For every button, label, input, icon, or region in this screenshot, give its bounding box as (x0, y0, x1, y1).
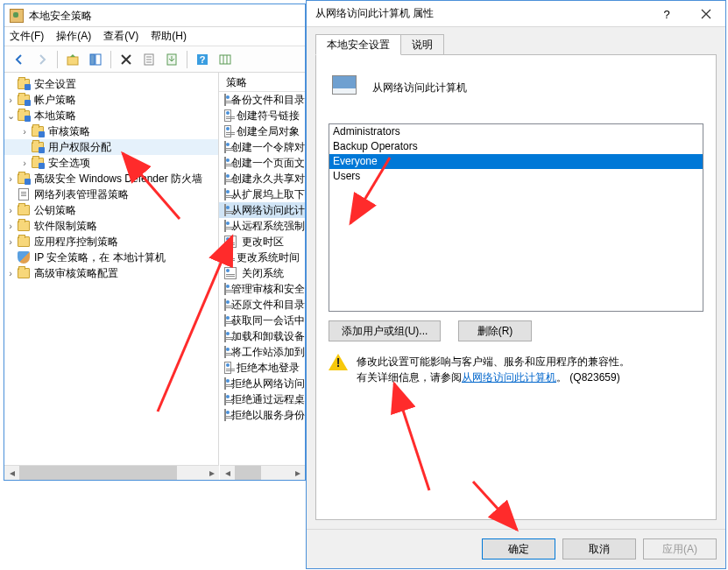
policy-list-item[interactable]: 获取同一会话中另一个用户的模拟令牌 (219, 313, 305, 328)
doc-icon (17, 187, 31, 201)
menu-view[interactable]: 查看(V) (103, 29, 138, 44)
help-button[interactable]: ? (193, 50, 212, 69)
tab-explain[interactable]: 说明 (400, 34, 444, 55)
policy-icon (224, 220, 226, 232)
svg-rect-1 (90, 54, 95, 65)
refresh-button[interactable] (216, 50, 235, 69)
policy-list-pane[interactable]: 策略 备份文件和目录创建符号链接创建全局对象创建一个令牌对象创建一个页面文件创建… (219, 73, 305, 480)
tree-node-local[interactable]: ⌄ 本地策略 (4, 108, 218, 123)
policy-icon (224, 330, 226, 342)
delete-button[interactable] (117, 50, 136, 69)
folder-icon (17, 219, 31, 233)
tree-node-defender[interactable]: › 高级安全 Windows Defender 防火墙 (4, 171, 218, 186)
menu-help[interactable]: 帮助(H) (151, 29, 187, 44)
security-settings-icon (17, 77, 31, 91)
menu-file[interactable]: 文件(F) (10, 29, 44, 44)
scroll-thumb[interactable] (235, 466, 261, 480)
tree-node-software[interactable]: › 软件限制策略 (4, 218, 218, 234)
tree-node-ipsec[interactable]: IP 安全策略，在 本地计算机 (4, 250, 218, 265)
member-list-item[interactable]: Backup Operators (329, 139, 703, 154)
tree-node-sec-options[interactable]: › 安全选项 (4, 155, 218, 171)
apply-button[interactable]: 应用(A) (643, 538, 717, 559)
policy-list-item[interactable]: 创建一个令牌对象 (219, 139, 305, 155)
member-list-item[interactable]: Everyone (329, 154, 703, 169)
member-list-item[interactable]: Users (329, 169, 703, 184)
folder-icon (17, 266, 31, 280)
policy-list-item[interactable]: 还原文件和目录 (219, 297, 305, 313)
policy-icon (224, 346, 226, 358)
tree-node-user-rights[interactable]: 用户权限分配 (4, 139, 218, 155)
tree-scrollbar[interactable]: ◂ ▸ (4, 465, 219, 480)
tab-page-local: 从网络访问此计算机 AdministratorsBackup Operators… (315, 54, 717, 520)
policy-list-item[interactable]: 拒绝以服务身份登录 (219, 407, 305, 423)
folder-icon (31, 156, 45, 170)
folder-icon (17, 172, 31, 186)
note-link[interactable]: 从网络访问此计算机 (462, 371, 556, 384)
policy-list-item[interactable]: 拒绝本地登录 (219, 360, 305, 376)
policy-list-item[interactable]: 加载和卸载设备驱动程序 (219, 328, 305, 344)
scroll-left-icon[interactable]: ◂ (4, 466, 19, 480)
svg-rect-2 (95, 54, 101, 65)
dialog-titlebar[interactable]: 从网络访问此计算机 属性 ? (307, 1, 725, 27)
tab-strip: 本地安全设置 说明 (315, 34, 717, 55)
ok-button[interactable]: 确定 (482, 538, 555, 559)
add-user-button[interactable]: 添加用户或组(U)... (329, 320, 441, 341)
svg-rect-0 (67, 57, 78, 65)
export-button[interactable] (162, 50, 181, 69)
policy-icon (224, 141, 226, 153)
tree-node-account[interactable]: › 帐户策略 (4, 92, 218, 108)
show-hide-button[interactable] (86, 50, 105, 69)
menu-action[interactable]: 操作(A) (56, 29, 91, 44)
tree-node-advaudit[interactable]: › 高级审核策略配置 (4, 265, 218, 281)
scroll-right-icon[interactable]: ▸ (290, 466, 305, 480)
toolbar: ? (4, 46, 305, 73)
mmc-window: 本地安全策略 文件(F) 操作(A) 查看(V) 帮助(H) ? 安全设置 › (4, 4, 306, 481)
tree-root[interactable]: 安全设置 (4, 76, 218, 92)
policy-list-item[interactable]: 从远程系统强制关机 (219, 218, 305, 234)
tree-node-appctrl[interactable]: › 应用程序控制策略 (4, 234, 218, 250)
policy-list-item[interactable]: 拒绝通过远程桌面服务登录 (219, 391, 305, 407)
policy-list-item[interactable]: 创建全局对象 (219, 123, 305, 139)
back-button[interactable] (10, 50, 29, 69)
policy-icon (224, 125, 231, 137)
policy-list-item[interactable]: 更改系统时间 (219, 250, 305, 265)
policy-list-item[interactable]: 管理审核和安全日志 (219, 281, 305, 297)
column-header-policy[interactable]: 策略 (219, 73, 305, 92)
tree-pane[interactable]: 安全设置 › 帐户策略 ⌄ 本地策略 › 审核策略 用户权限分配 › 安全选项 (4, 73, 219, 480)
policy-list-item[interactable]: 更改时区 (219, 234, 305, 250)
policy-list-item[interactable]: 创建一个页面文件 (219, 155, 305, 171)
tab-local-security[interactable]: 本地安全设置 (315, 34, 401, 55)
up-button[interactable] (63, 50, 82, 69)
policy-list-item[interactable]: 创建永久共享对象 (219, 171, 305, 186)
tree-node-netlist[interactable]: 网络列表管理器策略 (4, 186, 218, 202)
policy-list-item[interactable]: 从网络访问此计算机 (219, 202, 305, 218)
list-scrollbar[interactable]: ◂ ▸ (220, 465, 305, 480)
mmc-titlebar[interactable]: 本地安全策略 (4, 4, 305, 27)
tree-node-audit[interactable]: › 审核策略 (4, 123, 218, 139)
policy-list-item[interactable]: 创建符号链接 (219, 108, 305, 123)
scroll-left-icon[interactable]: ◂ (220, 466, 235, 480)
policy-icon (224, 204, 226, 216)
cancel-button[interactable]: 取消 (562, 538, 636, 559)
svg-text:?: ? (200, 54, 206, 65)
close-button[interactable] (686, 1, 725, 27)
policy-name-label: 从网络访问此计算机 (372, 81, 467, 95)
policy-list-item[interactable]: 关闭系统 (219, 265, 305, 281)
shield-icon (17, 250, 31, 264)
app-icon (10, 9, 24, 23)
help-button[interactable]: ? (647, 1, 686, 27)
tree-node-pubkey[interactable]: › 公钥策略 (4, 202, 218, 218)
policy-list-item[interactable]: 备份文件和目录 (219, 92, 305, 108)
toolbar-separator (110, 51, 111, 68)
forward-button[interactable] (32, 50, 52, 69)
remove-button[interactable]: 删除(R) (458, 320, 532, 341)
scroll-right-icon[interactable]: ▸ (204, 466, 219, 480)
scroll-thumb[interactable] (19, 466, 177, 480)
policy-list-item[interactable]: 拒绝从网络访问此计算机 (219, 376, 305, 391)
member-list-item[interactable]: Administrators (329, 124, 703, 139)
folder-icon (31, 124, 45, 138)
policy-list-item[interactable]: 将工作站添加到域 (219, 344, 305, 360)
members-listbox[interactable]: AdministratorsBackup OperatorsEveryoneUs… (329, 123, 703, 312)
policy-list-item[interactable]: 从扩展坞上取下 (219, 186, 305, 202)
properties-button[interactable] (139, 50, 159, 69)
